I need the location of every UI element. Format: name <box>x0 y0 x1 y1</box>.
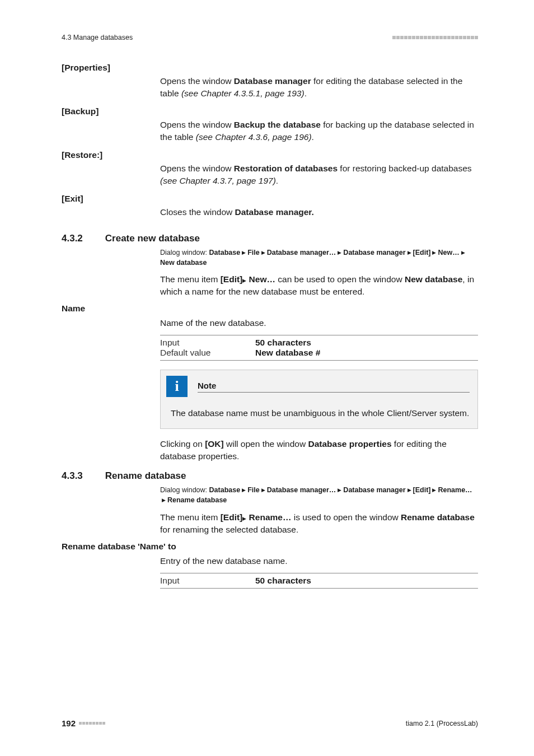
spec-key: Default value <box>160 348 255 358</box>
backup-desc: Opens the window Backup the database for… <box>160 119 478 143</box>
para-433-1: The menu item [Edit]▶ Rename… is used to… <box>160 511 478 536</box>
exit-term: [Exit] <box>62 194 478 204</box>
spec-table-433: Input 50 characters <box>160 573 478 589</box>
item-restore: [Restore:] Opens the window Restoration … <box>62 150 478 187</box>
exit-desc: Closes the window Database manager. <box>160 206 478 218</box>
spec-row: Default value New database # <box>160 348 478 358</box>
dialog-path-433: Dialog window: Database▶File▶Database ma… <box>160 485 478 505</box>
spec-table-432: Input 50 characters Default value New da… <box>160 335 478 361</box>
spec-key: Input <box>160 576 255 586</box>
info-icon <box>166 376 188 397</box>
field-name-desc: Name of the new database. <box>160 317 478 329</box>
spec-row: Input 50 characters <box>160 338 478 348</box>
note-body: The database name must be unambiguous in… <box>171 407 470 419</box>
field-rename-desc: Entry of the new database name. <box>160 555 478 567</box>
spec-key: Input <box>160 338 255 348</box>
product-name: tiamo 2.1 (ProcessLab) <box>406 720 478 727</box>
page-number: 192 <box>62 718 76 728</box>
restore-term: [Restore:] <box>62 150 478 160</box>
spec-val: New database # <box>255 348 320 358</box>
para-432-1: The menu item [Edit]▶ New… can be used t… <box>160 273 478 298</box>
heading-number: 4.3.3 <box>62 470 83 482</box>
heading-number: 4.3.2 <box>62 233 83 244</box>
section-path: 4.3 Manage databases <box>62 34 133 41</box>
spec-val: 50 characters <box>255 576 311 586</box>
dialog-path-432: Dialog window: Database▶File▶Database ma… <box>160 248 478 268</box>
footer-decoration <box>79 722 105 725</box>
item-backup: [Backup] Opens the window Backup the dat… <box>62 106 478 143</box>
item-properties: [Properties] Opens the window Database m… <box>62 63 478 100</box>
heading-4-3-2: 4.3.2 Create new database <box>62 233 478 244</box>
header-decoration <box>392 36 478 39</box>
field-rename-label: Rename database 'Name' to <box>62 542 478 552</box>
heading-title: Create new database <box>105 233 200 244</box>
heading-4-3-3: 4.3.3 Rename database <box>62 470 478 482</box>
note-title: Note <box>198 381 470 393</box>
heading-title: Rename database <box>105 470 186 482</box>
para-432-after-note: Clicking on [OK] will open the window Da… <box>160 438 478 463</box>
item-exit: [Exit] Closes the window Database manage… <box>62 194 478 218</box>
restore-desc: Opens the window Restoration of database… <box>160 162 478 187</box>
properties-desc: Opens the window Database manager for ed… <box>160 75 478 100</box>
properties-term: [Properties] <box>62 63 478 73</box>
page-footer: 192 tiamo 2.1 (ProcessLab) <box>62 718 478 728</box>
note-box: Note The database name must be unambiguo… <box>160 370 478 429</box>
page-header: 4.3 Manage databases <box>62 34 478 41</box>
field-name-label: Name <box>62 304 478 314</box>
backup-term: [Backup] <box>62 106 478 116</box>
spec-val: 50 characters <box>255 338 311 348</box>
page-number-block: 192 <box>62 718 105 728</box>
spec-row: Input 50 characters <box>160 576 478 586</box>
